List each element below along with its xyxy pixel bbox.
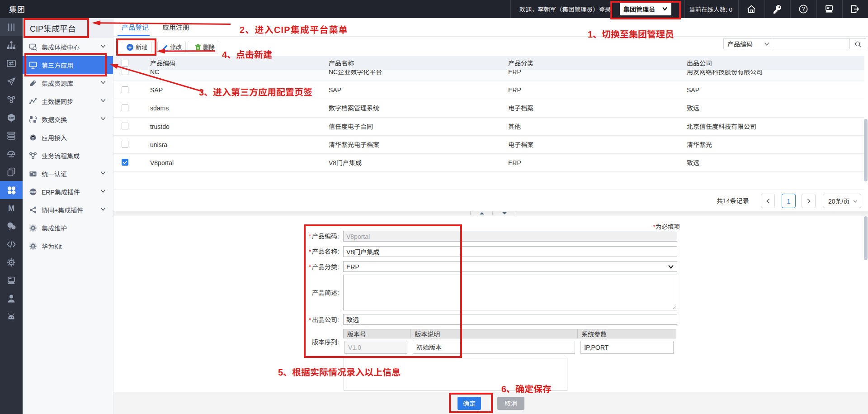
svg-text:?: ? [802,6,805,12]
svg-text:CAP: CAP [9,117,14,119]
svg-text:M: M [8,204,14,213]
svg-text:ERP: ERP [30,191,36,194]
